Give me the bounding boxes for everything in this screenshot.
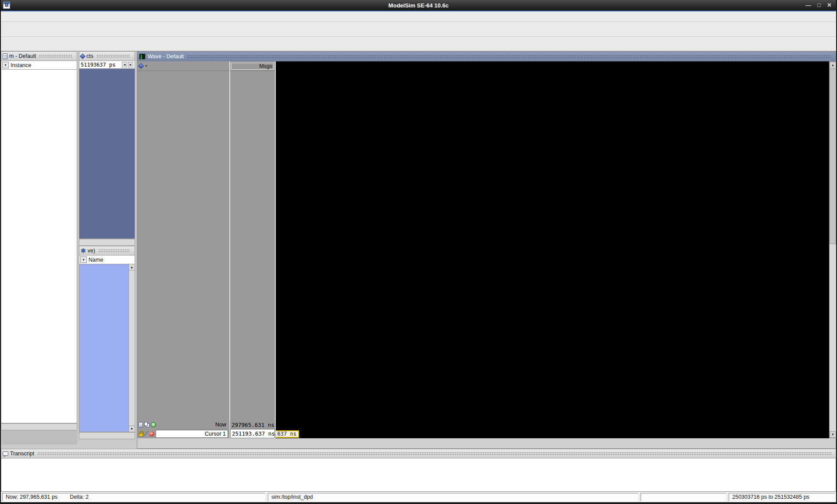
status-delta: Delta: 2 (70, 494, 89, 500)
main-toolbar (1, 22, 836, 37)
sim-panel-icon (3, 53, 7, 59)
scrollbar-thumb[interactable] (830, 69, 836, 244)
menu-bar (1, 11, 836, 22)
wave-values-header[interactable]: Msgs (230, 61, 275, 71)
objects-panel: cts 51193637 ps ◄ ► ✱ ve) ▼ Name (79, 51, 135, 449)
bottom-tabs (1, 430, 77, 444)
drag-handle[interactable] (39, 54, 72, 58)
structure-hscrollbar[interactable] (1, 423, 77, 430)
objects-hscrollbar[interactable] (79, 239, 135, 246)
wave-signals-icon (138, 63, 144, 69)
status-bar: Now: 297,965,631 ps Delta: 2 sim:/top/in… (1, 492, 836, 502)
wave-signal-values (230, 71, 275, 420)
scroll-right-icon[interactable]: ► (128, 62, 133, 67)
drag-handle[interactable] (187, 55, 830, 58)
scroll-down-icon[interactable]: ▼ (129, 426, 135, 432)
transcript-title: Transcript (10, 451, 34, 457)
instance-header-label: Instance (11, 62, 31, 68)
now-label: Now (157, 422, 228, 428)
title-bar[interactable]: ModelSim SE-64 10.6c —□✕ (1, 0, 836, 11)
now-value: 297965.631 ns (230, 420, 275, 429)
drag-handle[interactable] (37, 452, 831, 455)
active-panel-body: ▲ ▼ (79, 264, 135, 432)
main-area: m - Default ▼ Instance cts 51193637 p (1, 51, 836, 449)
menu-item-file[interactable] (4, 16, 11, 18)
scroll-left-icon[interactable]: ◄ (122, 62, 127, 67)
active-panel-titlebar[interactable]: ✱ ve) (79, 246, 135, 256)
maximize-button[interactable]: □ (817, 2, 821, 9)
scroll-up-icon[interactable]: ▲ (129, 264, 135, 270)
objects-panel-title: cts (86, 53, 93, 59)
active-hscrollbar[interactable] (79, 432, 135, 439)
grid-settings-icon[interactable] (144, 422, 148, 426)
status-time-box: Now: 297,965,631 ps Delta: 2 (2, 493, 265, 501)
wave-signal-names (137, 71, 229, 420)
transcript-body[interactable] (1, 458, 836, 492)
objects-panel-titlebar[interactable]: cts (79, 51, 135, 61)
status-blank-box (641, 493, 726, 501)
structure-panel: m - Default ▼ Instance (1, 51, 77, 449)
objects-signal-list (79, 69, 135, 239)
close-button[interactable]: ✕ (827, 2, 832, 9)
wave-toolbar (1, 37, 836, 51)
instance-column-header[interactable]: ▼ Instance (1, 61, 77, 70)
cursor-properties-icon[interactable]: ╱ (143, 430, 148, 437)
objects-time-label: 51193637 ps (81, 62, 121, 68)
structure-panel-titlebar[interactable]: m - Default (1, 51, 77, 61)
waveform-area[interactable] (276, 61, 829, 420)
cursor-name[interactable]: Cursor 1 (156, 430, 228, 438)
window-title: ModelSim SE-64 10.6c (1, 2, 836, 9)
chevron-down-icon[interactable]: ▼ (145, 64, 148, 67)
wave-window: Wave - Default ▼ Msgs ▲ ▼ (137, 51, 836, 449)
cursor-value[interactable]: 251193.637 ns (230, 429, 275, 438)
wave-vscrollbar[interactable]: ▲ ▼ (829, 61, 837, 438)
filter-icon[interactable]: ▼ (80, 256, 87, 263)
waveform-canvas[interactable] (276, 61, 829, 420)
timeline[interactable]: 251193.637 ns (276, 420, 829, 438)
name-column-header[interactable]: ▼ Name (79, 256, 135, 264)
objects-value-header[interactable]: 51193637 ps ◄ ► (79, 61, 135, 69)
drag-handle[interactable] (96, 54, 130, 58)
wave-names-header[interactable]: ▼ (137, 61, 229, 71)
wave-title: Wave - Default (148, 53, 184, 60)
active-vscrollbar[interactable]: ▲ ▼ (128, 264, 135, 432)
scroll-down-icon[interactable]: ▼ (830, 431, 836, 438)
instance-tree (1, 70, 77, 423)
add-cursor-icon[interactable]: + (151, 422, 156, 427)
transcript-titlebar[interactable]: Transcript (1, 449, 836, 458)
msgs-column-label: Msgs (231, 63, 274, 70)
status-context-box: sim:/top/inst_dpd (268, 493, 638, 501)
gear-icon: ✱ (81, 247, 86, 254)
lock-cursor-icon[interactable] (139, 433, 143, 437)
wave-icon (139, 53, 146, 60)
minimize-button[interactable]: — (805, 2, 811, 9)
app-icon (3, 2, 10, 9)
transcript-panel: Transcript (1, 449, 836, 492)
cursor-row: ╱ − Cursor 1 (137, 429, 229, 438)
now-row: + Now (137, 420, 229, 429)
modelsim-window: ModelSim SE-64 10.6c —□✕ m - Default ▼ I… (0, 0, 837, 504)
transcript-icon (3, 451, 8, 456)
structure-panel-title: m - Default (9, 53, 36, 59)
scroll-up-icon[interactable]: ▲ (830, 62, 836, 68)
name-header-label: Name (89, 257, 103, 263)
timeline-properties-icon[interactable] (139, 422, 143, 427)
status-range-box: 250303716 ps to 251532485 ps (729, 493, 835, 501)
filter-icon[interactable]: ▼ (2, 62, 9, 68)
window-controls: —□✕ (805, 2, 832, 9)
wave-hscrollbars (137, 438, 837, 446)
active-panel-title: ve) (88, 248, 95, 254)
status-now: Now: 297,965,631 ps (6, 494, 57, 500)
objects-icon (80, 53, 85, 59)
cursor-time-box[interactable]: 251193.637 ns (276, 430, 299, 438)
delete-cursor-icon[interactable]: − (149, 431, 154, 437)
drag-handle[interactable] (98, 249, 130, 252)
wave-titlebar[interactable]: Wave - Default (137, 52, 836, 61)
